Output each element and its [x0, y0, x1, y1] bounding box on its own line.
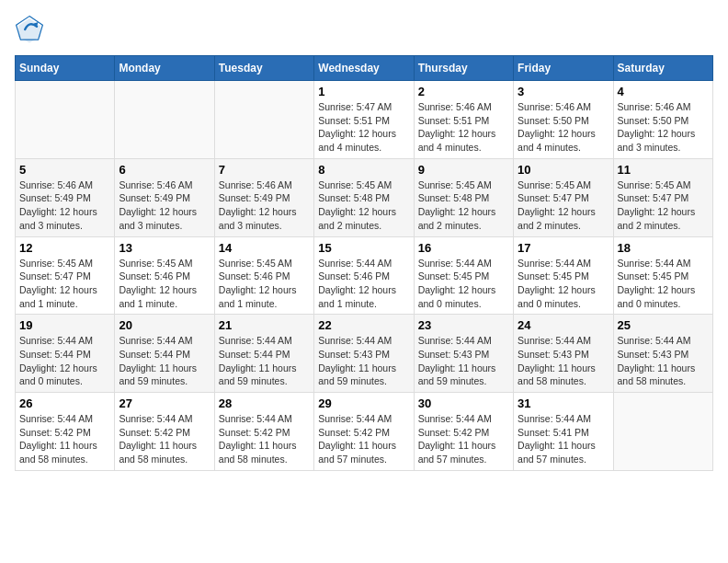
- day-info: Sunrise: 5:45 AM Sunset: 5:48 PM Dayligh…: [318, 178, 409, 233]
- day-info: Sunrise: 5:44 AM Sunset: 5:43 PM Dayligh…: [418, 334, 509, 388]
- day-number: 30: [418, 396, 509, 410]
- day-info: Sunrise: 5:44 AM Sunset: 5:44 PM Dayligh…: [219, 334, 310, 388]
- calendar-cell: 24Sunrise: 5:44 AM Sunset: 5:43 PM Dayli…: [514, 315, 613, 393]
- calendar-cell: 20Sunrise: 5:44 AM Sunset: 5:44 PM Dayli…: [115, 315, 214, 393]
- calendar-cell: 5Sunrise: 5:46 AM Sunset: 5:49 PM Daylig…: [16, 158, 115, 236]
- day-info: Sunrise: 5:47 AM Sunset: 5:51 PM Dayligh…: [318, 100, 409, 155]
- day-number: 29: [318, 396, 409, 410]
- day-info: Sunrise: 5:44 AM Sunset: 5:43 PM Dayligh…: [318, 334, 409, 388]
- weekday-header-tuesday: Tuesday: [214, 56, 313, 81]
- calendar-cell: 2Sunrise: 5:46 AM Sunset: 5:51 PM Daylig…: [414, 81, 513, 159]
- calendar-cell: 4Sunrise: 5:46 AM Sunset: 5:50 PM Daylig…: [613, 81, 712, 159]
- calendar-cell: 25Sunrise: 5:44 AM Sunset: 5:43 PM Dayli…: [613, 315, 712, 393]
- calendar-cell: 28Sunrise: 5:44 AM Sunset: 5:42 PM Dayli…: [214, 393, 313, 471]
- calendar-cell: 3Sunrise: 5:46 AM Sunset: 5:50 PM Daylig…: [514, 81, 613, 159]
- calendar-cell: 1Sunrise: 5:47 AM Sunset: 5:51 PM Daylig…: [314, 81, 414, 159]
- day-number: 31: [518, 396, 609, 410]
- calendar-week-4: 19Sunrise: 5:44 AM Sunset: 5:44 PM Dayli…: [16, 315, 713, 393]
- calendar-cell: 29Sunrise: 5:44 AM Sunset: 5:42 PM Dayli…: [314, 393, 414, 471]
- calendar-week-3: 12Sunrise: 5:45 AM Sunset: 5:47 PM Dayli…: [16, 236, 713, 315]
- calendar-cell: 23Sunrise: 5:44 AM Sunset: 5:43 PM Dayli…: [414, 315, 513, 393]
- calendar-cell: 8Sunrise: 5:45 AM Sunset: 5:48 PM Daylig…: [314, 158, 414, 236]
- weekday-header-wednesday: Wednesday: [314, 56, 414, 81]
- calendar-cell: 21Sunrise: 5:44 AM Sunset: 5:44 PM Dayli…: [214, 315, 313, 393]
- calendar-cell: 11Sunrise: 5:45 AM Sunset: 5:47 PM Dayli…: [613, 158, 712, 236]
- day-number: 3: [518, 85, 609, 98]
- day-number: 16: [418, 241, 509, 255]
- weekday-header-thursday: Thursday: [414, 56, 513, 81]
- day-info: Sunrise: 5:46 AM Sunset: 5:50 PM Dayligh…: [618, 100, 709, 155]
- day-info: Sunrise: 5:44 AM Sunset: 5:43 PM Dayligh…: [518, 334, 609, 388]
- logo-icon: [15, 15, 44, 44]
- day-number: 13: [119, 241, 210, 255]
- day-info: Sunrise: 5:46 AM Sunset: 5:49 PM Dayligh…: [119, 178, 210, 233]
- day-info: Sunrise: 5:44 AM Sunset: 5:41 PM Dayligh…: [518, 412, 609, 466]
- calendar-cell: 15Sunrise: 5:44 AM Sunset: 5:46 PM Dayli…: [314, 236, 414, 315]
- day-number: 12: [19, 241, 110, 255]
- day-number: 10: [518, 163, 609, 177]
- weekday-header-row: SundayMondayTuesdayWednesdayThursdayFrid…: [16, 56, 713, 81]
- day-info: Sunrise: 5:44 AM Sunset: 5:46 PM Dayligh…: [318, 257, 409, 311]
- day-number: 15: [318, 241, 409, 255]
- day-info: Sunrise: 5:44 AM Sunset: 5:45 PM Dayligh…: [618, 257, 709, 311]
- day-info: Sunrise: 5:44 AM Sunset: 5:43 PM Dayligh…: [618, 334, 709, 388]
- calendar-cell: 18Sunrise: 5:44 AM Sunset: 5:45 PM Dayli…: [613, 236, 712, 315]
- day-info: Sunrise: 5:46 AM Sunset: 5:51 PM Dayligh…: [418, 100, 509, 155]
- day-info: Sunrise: 5:45 AM Sunset: 5:46 PM Dayligh…: [119, 257, 210, 311]
- weekday-header-monday: Monday: [115, 56, 214, 81]
- calendar-cell: 12Sunrise: 5:45 AM Sunset: 5:47 PM Dayli…: [16, 236, 115, 315]
- calendar-header: SundayMondayTuesdayWednesdayThursdayFrid…: [16, 56, 713, 81]
- day-info: Sunrise: 5:44 AM Sunset: 5:42 PM Dayligh…: [219, 412, 310, 466]
- calendar-cell: 26Sunrise: 5:44 AM Sunset: 5:42 PM Dayli…: [16, 393, 115, 471]
- calendar-cell: [214, 81, 313, 159]
- day-number: 7: [219, 163, 310, 177]
- calendar-cell: 19Sunrise: 5:44 AM Sunset: 5:44 PM Dayli…: [16, 315, 115, 393]
- day-info: Sunrise: 5:44 AM Sunset: 5:42 PM Dayligh…: [318, 412, 409, 466]
- calendar-cell: [613, 393, 712, 471]
- day-number: 20: [119, 318, 210, 332]
- day-number: 21: [219, 318, 310, 332]
- day-info: Sunrise: 5:44 AM Sunset: 5:44 PM Dayligh…: [19, 334, 110, 388]
- day-info: Sunrise: 5:46 AM Sunset: 5:50 PM Dayligh…: [518, 100, 609, 155]
- day-number: 5: [19, 163, 110, 177]
- day-number: 22: [318, 318, 409, 332]
- day-number: 17: [518, 241, 609, 255]
- day-info: Sunrise: 5:45 AM Sunset: 5:47 PM Dayligh…: [19, 257, 110, 311]
- calendar-cell: [115, 81, 214, 159]
- day-info: Sunrise: 5:45 AM Sunset: 5:48 PM Dayligh…: [418, 178, 509, 233]
- calendar-cell: 7Sunrise: 5:46 AM Sunset: 5:49 PM Daylig…: [214, 158, 313, 236]
- calendar-cell: [16, 81, 115, 159]
- day-info: Sunrise: 5:45 AM Sunset: 5:47 PM Dayligh…: [518, 178, 609, 233]
- day-number: 24: [518, 318, 609, 332]
- day-info: Sunrise: 5:46 AM Sunset: 5:49 PM Dayligh…: [219, 178, 310, 233]
- day-number: 14: [219, 241, 310, 255]
- calendar-cell: 27Sunrise: 5:44 AM Sunset: 5:42 PM Dayli…: [115, 393, 214, 471]
- calendar-week-5: 26Sunrise: 5:44 AM Sunset: 5:42 PM Dayli…: [16, 393, 713, 471]
- day-number: 6: [119, 163, 210, 177]
- calendar-table: SundayMondayTuesdayWednesdayThursdayFrid…: [15, 55, 713, 471]
- calendar-cell: 22Sunrise: 5:44 AM Sunset: 5:43 PM Dayli…: [314, 315, 414, 393]
- day-number: 26: [19, 396, 110, 410]
- weekday-header-sunday: Sunday: [16, 56, 115, 81]
- day-info: Sunrise: 5:46 AM Sunset: 5:49 PM Dayligh…: [19, 178, 110, 233]
- day-number: 27: [119, 396, 210, 410]
- calendar-cell: 6Sunrise: 5:46 AM Sunset: 5:49 PM Daylig…: [115, 158, 214, 236]
- day-info: Sunrise: 5:44 AM Sunset: 5:42 PM Dayligh…: [119, 412, 210, 466]
- calendar-cell: 17Sunrise: 5:44 AM Sunset: 5:45 PM Dayli…: [514, 236, 613, 315]
- day-info: Sunrise: 5:45 AM Sunset: 5:47 PM Dayligh…: [618, 178, 709, 233]
- weekday-header-friday: Friday: [514, 56, 613, 81]
- calendar-cell: 30Sunrise: 5:44 AM Sunset: 5:42 PM Dayli…: [414, 393, 513, 471]
- svg-marker-0: [18, 18, 40, 42]
- day-info: Sunrise: 5:44 AM Sunset: 5:45 PM Dayligh…: [418, 257, 509, 311]
- calendar-cell: 31Sunrise: 5:44 AM Sunset: 5:41 PM Dayli…: [514, 393, 613, 471]
- page-header: [15, 15, 713, 44]
- calendar-cell: 9Sunrise: 5:45 AM Sunset: 5:48 PM Daylig…: [414, 158, 513, 236]
- day-info: Sunrise: 5:44 AM Sunset: 5:42 PM Dayligh…: [19, 412, 110, 466]
- weekday-header-saturday: Saturday: [613, 56, 712, 81]
- day-number: 19: [19, 318, 110, 332]
- day-number: 25: [618, 318, 709, 332]
- logo: [15, 15, 48, 44]
- day-number: 18: [618, 241, 709, 255]
- day-info: Sunrise: 5:45 AM Sunset: 5:46 PM Dayligh…: [219, 257, 310, 311]
- calendar-cell: 10Sunrise: 5:45 AM Sunset: 5:47 PM Dayli…: [514, 158, 613, 236]
